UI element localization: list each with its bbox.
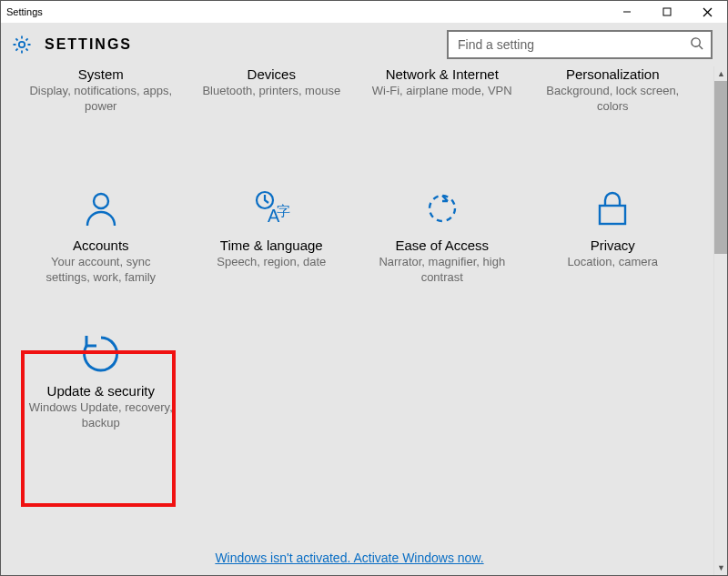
minimize-button[interactable] xyxy=(607,1,647,23)
category-subtitle: Windows Update, recovery, backup xyxy=(28,400,174,431)
ease-of-access-icon xyxy=(420,187,464,230)
category-title: Accounts xyxy=(73,237,129,253)
svg-text:字: 字 xyxy=(277,203,290,218)
category-devices[interactable]: Devices Bluetooth, printers, mouse xyxy=(187,66,358,143)
search-input[interactable] xyxy=(456,36,690,53)
category-subtitle: Your account, sync settings, work, famil… xyxy=(28,255,174,286)
svg-rect-12 xyxy=(600,206,625,224)
scroll-up-arrow[interactable]: ▲ xyxy=(714,66,727,81)
globe-language-icon: A 字 xyxy=(249,187,293,230)
page-title: SETTINGS xyxy=(45,36,132,53)
category-title: System xyxy=(78,66,124,82)
title-bar: Settings xyxy=(1,1,727,23)
update-icon xyxy=(79,332,123,376)
close-button[interactable] xyxy=(687,1,727,23)
category-subtitle: Location, camera xyxy=(567,255,658,270)
content-area: System Display, notifications, apps, pow… xyxy=(1,66,727,575)
activation-link[interactable]: Windows isn't activated. Activate Window… xyxy=(215,551,483,565)
header: SETTINGS xyxy=(1,23,727,66)
category-update-security[interactable]: Update & security Windows Update, recove… xyxy=(15,307,187,480)
category-personalization[interactable]: Personalization Background, lock screen,… xyxy=(528,66,699,143)
category-subtitle: Speech, region, date xyxy=(217,255,326,270)
category-subtitle: Background, lock screen, colors xyxy=(540,84,685,115)
search-box[interactable] xyxy=(447,30,713,59)
scroll-down-arrow[interactable]: ▼ xyxy=(714,561,727,575)
svg-point-7 xyxy=(94,194,108,208)
scrollbar-thumb[interactable] xyxy=(714,81,727,254)
category-subtitle: Display, notifications, apps, power xyxy=(28,84,174,115)
category-privacy[interactable]: Privacy Location, camera xyxy=(528,143,699,307)
category-title: Time & language xyxy=(220,237,323,253)
category-title: Network & Internet xyxy=(386,66,499,82)
category-network[interactable]: Network & Internet Wi-Fi, airplane mode,… xyxy=(357,66,528,143)
category-title: Personalization xyxy=(566,66,660,82)
activation-bar: Windows isn't activated. Activate Window… xyxy=(1,550,698,566)
person-icon xyxy=(79,187,123,230)
category-title: Update & security xyxy=(47,383,155,399)
lock-icon xyxy=(591,187,634,230)
category-time-language[interactable]: A 字 Time & language Speech, region, date xyxy=(187,143,358,307)
settings-window: Settings SETTINGS xyxy=(0,0,728,576)
scrollbar[interactable]: ▲ ▼ xyxy=(713,66,727,575)
gear-icon xyxy=(10,33,34,56)
category-subtitle: Wi-Fi, airplane mode, VPN xyxy=(372,84,512,99)
window-title: Settings xyxy=(6,6,607,17)
svg-line-6 xyxy=(699,45,703,49)
svg-rect-1 xyxy=(663,8,671,15)
category-grid: System Display, notifications, apps, pow… xyxy=(1,66,713,480)
search-icon xyxy=(690,36,703,54)
maximize-button[interactable] xyxy=(647,1,687,23)
svg-point-5 xyxy=(692,37,700,45)
category-accounts[interactable]: Accounts Your account, sync settings, wo… xyxy=(15,143,187,307)
category-title: Ease of Access xyxy=(395,237,489,253)
category-title: Privacy xyxy=(591,237,635,253)
category-system[interactable]: System Display, notifications, apps, pow… xyxy=(15,66,187,143)
content-scrollpane[interactable]: System Display, notifications, apps, pow… xyxy=(1,66,713,575)
svg-point-4 xyxy=(19,42,25,47)
category-ease-of-access[interactable]: Ease of Access Narrator, magnifier, high… xyxy=(357,143,528,307)
category-title: Devices xyxy=(248,66,296,82)
category-subtitle: Bluetooth, printers, mouse xyxy=(202,84,340,99)
category-subtitle: Narrator, magnifier, high contrast xyxy=(369,255,515,286)
svg-point-11 xyxy=(430,196,455,221)
